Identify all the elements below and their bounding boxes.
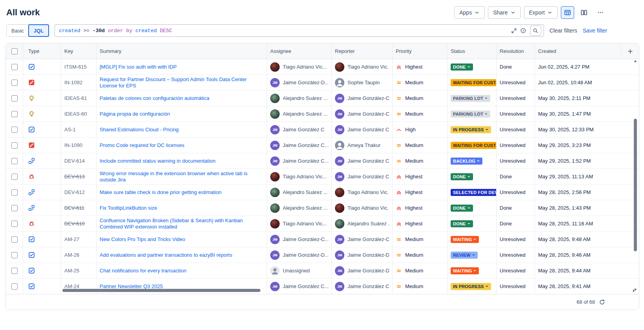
detail-view-button[interactable] <box>577 6 591 19</box>
summary-link[interactable]: Include committed status warning in docu… <box>100 158 216 164</box>
summary-link[interactable]: Make sure table check is done prior gett… <box>100 189 222 196</box>
status-badge[interactable]: DONE <box>451 173 473 180</box>
reporter-cell[interactable]: Tiago Adriano Vic... <box>332 185 393 200</box>
column-header-priority[interactable]: Priority <box>393 44 448 59</box>
status-badge[interactable]: BACKLOG <box>451 158 482 165</box>
row-checkbox[interactable] <box>11 189 18 196</box>
jql-input[interactable]: created >= -30d order by created DESC ? <box>55 24 544 37</box>
summary-link[interactable]: Chat notifications for every transaction <box>100 268 186 274</box>
priority-cell[interactable]: Highest <box>393 169 448 184</box>
priority-cell[interactable]: High <box>393 122 448 137</box>
assignee-cell[interactable]: Tiago Adriano Vic... <box>267 216 332 231</box>
expand-icon[interactable] <box>511 28 517 34</box>
reporter-cell[interactable]: JMJaime González C... <box>332 169 393 184</box>
issue-key[interactable]: IDEAS-60 <box>64 111 87 117</box>
save-filter-button[interactable]: Save filter <box>583 27 607 34</box>
column-header-status[interactable]: Status <box>448 44 497 59</box>
assignee-cell[interactable]: JMJaime González C... <box>267 153 332 169</box>
row-checkbox[interactable] <box>11 174 18 180</box>
assignee-cell[interactable]: Unassigned <box>267 263 332 278</box>
clear-filters-button[interactable]: Clear filters <box>549 27 577 34</box>
search-button[interactable] <box>530 25 541 36</box>
issue-key[interactable]: IN-1090 <box>64 142 82 148</box>
priority-cell[interactable]: Highest <box>393 59 448 74</box>
assignee-cell[interactable]: JMJaime González C <box>267 122 332 137</box>
summary-link[interactable]: Shared Estimations Cloud - Pricing <box>100 127 179 133</box>
horizontal-scrollbar-thumb[interactable] <box>62 289 260 292</box>
issue-key[interactable]: DEV-614 <box>64 158 85 164</box>
reporter-cell[interactable]: JMJaime González C... <box>332 153 393 169</box>
reporter-cell[interactable]: Ameya Thakur <box>332 138 393 153</box>
assignee-cell[interactable]: JMJaime González C... <box>267 138 332 153</box>
scroll-up-arrow-icon[interactable] <box>633 59 638 63</box>
status-badge[interactable]: IN PROGRESS <box>451 126 491 133</box>
summary-link[interactable]: Promo Code required for DC licenses <box>100 142 184 149</box>
status-badge[interactable]: DONE <box>451 63 473 71</box>
row-checkbox[interactable] <box>11 111 18 117</box>
priority-cell[interactable]: Medium <box>393 138 448 153</box>
issue-key[interactable]: IDEAS-61 <box>64 95 87 101</box>
issue-key[interactable]: DEV-610 <box>64 221 85 227</box>
priority-cell[interactable]: Medium <box>393 153 448 169</box>
summary-link[interactable]: Fix TooltipLinkButton size <box>100 205 157 211</box>
issue-key[interactable]: AS-1 <box>64 127 76 132</box>
basic-tab[interactable]: Basic <box>7 25 29 36</box>
assignee-cell[interactable]: JMJaime González-D... <box>267 247 332 263</box>
issue-key[interactable]: IN-1092 <box>64 80 82 85</box>
summary-link[interactable]: Add evaluations and partner transactions… <box>100 252 232 258</box>
reporter-cell[interactable]: Tiago Adriano Vic... <box>332 59 393 74</box>
issue-key[interactable]: AM-26 <box>64 252 79 258</box>
vertical-scrollbar[interactable] <box>633 60 638 291</box>
status-badge[interactable]: SELECTED FOR DEV... <box>451 189 497 196</box>
priority-cell[interactable]: Medium <box>393 91 448 106</box>
select-all-checkbox[interactable] <box>11 48 18 54</box>
reporter-cell[interactable]: JMJaime González-C... <box>332 91 393 106</box>
row-checkbox[interactable] <box>11 64 18 70</box>
column-header-type[interactable]: Type <box>23 44 61 59</box>
issue-key[interactable]: ITSM-615 <box>64 64 87 70</box>
priority-cell[interactable]: Medium <box>393 232 448 247</box>
summary-link[interactable]: Request for Partner Discount – Support A… <box>100 76 264 89</box>
status-badge[interactable]: PARKING LOT <box>451 95 490 102</box>
column-header-select[interactable] <box>6 44 23 59</box>
add-column-button[interactable] <box>621 44 639 59</box>
reporter-cell[interactable]: Tiago Adriano Vic... <box>332 200 393 216</box>
column-header-summary[interactable]: Summary <box>96 44 267 59</box>
assignee-cell[interactable]: Alejandro Suárez ... <box>267 91 332 106</box>
row-checkbox[interactable] <box>11 158 18 164</box>
jql-tab[interactable]: JQL <box>28 24 49 37</box>
row-checkbox[interactable] <box>11 205 18 211</box>
status-badge[interactable]: DONE <box>451 205 473 212</box>
horizontal-scrollbar[interactable] <box>7 289 629 292</box>
assignee-cell[interactable]: Alejandro Suárez ... <box>267 106 332 121</box>
summary-link[interactable]: Paletas de colores con configuración aut… <box>100 95 209 102</box>
row-checkbox[interactable] <box>11 95 18 102</box>
summary-link[interactable]: New Colors Pro Tips and Tricks Video <box>100 236 185 243</box>
list-view-button[interactable] <box>561 6 574 19</box>
status-badge[interactable]: REVIEW <box>451 252 478 259</box>
help-icon[interactable]: ? <box>520 27 526 34</box>
priority-cell[interactable]: Medium <box>393 75 448 90</box>
refresh-button[interactable] <box>599 299 605 305</box>
priority-cell[interactable]: Highest <box>393 185 448 200</box>
column-header-assignee[interactable]: Assignee <box>267 44 332 59</box>
status-badge[interactable]: WAITING FOR CUST... <box>451 79 497 86</box>
reporter-cell[interactable]: JMJaime González C <box>332 122 393 137</box>
reporter-cell[interactable]: Alejandro Suárez ... <box>332 216 393 231</box>
row-checkbox[interactable] <box>11 221 18 227</box>
summary-link[interactable]: Wrong error message in the extension bro… <box>100 170 264 183</box>
scroll-right-arrow-icon[interactable] <box>632 288 636 293</box>
reporter-cell[interactable]: JMJaime González-D... <box>332 247 393 263</box>
priority-cell[interactable]: Medium <box>393 263 448 278</box>
assignee-cell[interactable]: Alejandro Suárez ... <box>267 185 332 200</box>
column-header-resolution[interactable]: Resolution <box>497 44 535 59</box>
reporter-cell[interactable]: JMJaime González-C... <box>332 232 393 247</box>
assignee-cell[interactable]: Tiago Adriano Vic... <box>267 169 332 184</box>
issue-key[interactable]: AM-24 <box>64 283 79 289</box>
jql-query-text[interactable]: created >= -30d order by created DESC <box>59 28 511 34</box>
issue-key[interactable]: AM-27 <box>64 236 79 242</box>
issue-key[interactable]: DEV-613 <box>64 174 85 180</box>
status-badge[interactable]: PARKING LOT <box>451 111 490 118</box>
issue-key[interactable]: DEV-611 <box>64 205 84 211</box>
issue-key[interactable]: DEV-612 <box>64 189 85 195</box>
